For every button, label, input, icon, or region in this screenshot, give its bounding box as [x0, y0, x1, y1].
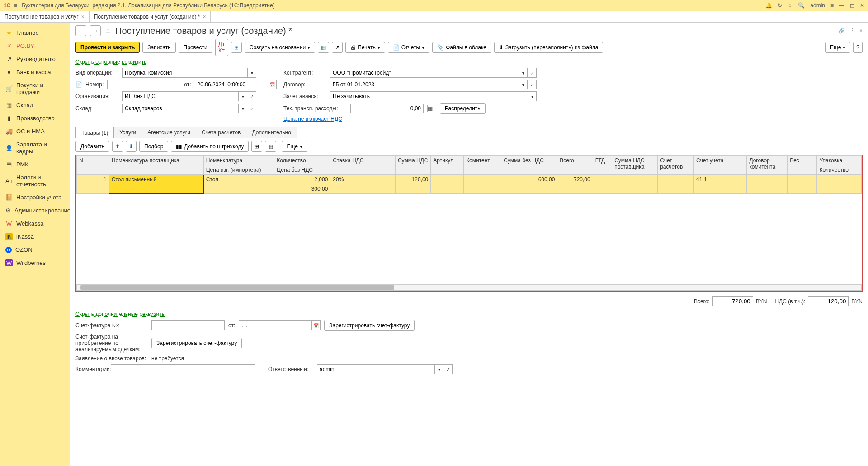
calendar-small-button[interactable]: ▦: [265, 141, 276, 152]
col-n[interactable]: N: [77, 156, 109, 175]
load-file-button[interactable]: ⬇ Загрузить (перезаполнить) из файла: [494, 42, 603, 53]
tab-close-icon[interactable]: ×: [203, 14, 206, 20]
cell-article[interactable]: [431, 175, 464, 194]
calculator-icon[interactable]: ▦: [427, 105, 436, 112]
hide-main-link[interactable]: Скрыть основные реквизиты: [75, 59, 148, 65]
history-icon[interactable]: ↻: [778, 2, 782, 9]
col-gtd[interactable]: ГТД: [593, 156, 612, 175]
col-package[interactable]: Упаковка: [817, 156, 862, 165]
number-input[interactable]: [107, 80, 180, 89]
dropdown-icon[interactable]: ▾: [434, 364, 443, 374]
cell-calc-account[interactable]: [658, 175, 694, 194]
invoice-number-input[interactable]: [151, 320, 225, 330]
distribute-button[interactable]: Распределить: [440, 103, 486, 114]
col-vat-rate[interactable]: Ставка НДС: [330, 156, 396, 175]
open-icon[interactable]: ↗: [247, 91, 256, 101]
cell-committent[interactable]: [464, 175, 501, 194]
move-up-button[interactable]: ⬆: [112, 141, 123, 152]
sidebar-item-purchases[interactable]: 🛒Покупки и продажи: [0, 79, 70, 99]
col-committent-contract[interactable]: Договор комитента: [747, 156, 788, 175]
sidebar-item-manager[interactable]: ↗Руководителю: [0, 52, 70, 66]
open-icon[interactable]: ↗: [247, 104, 256, 113]
cell-gtd[interactable]: [593, 175, 612, 194]
bell-icon[interactable]: 🔔: [765, 2, 772, 9]
cell-account[interactable]: 41.1: [693, 175, 746, 194]
open-icon[interactable]: ↗: [528, 80, 537, 89]
sidebar-item-rmk[interactable]: ▤РМК: [0, 158, 70, 171]
files-cloud-button[interactable]: 📎 Файлы в облаке: [432, 42, 491, 53]
col-total[interactable]: Всего: [557, 156, 593, 175]
tab-goods[interactable]: Товары (1): [75, 127, 114, 138]
close-page-icon[interactable]: ×: [859, 28, 863, 34]
settings-icon[interactable]: ≡: [830, 2, 834, 9]
cell-sum-no-vat[interactable]: 600,00: [501, 175, 557, 194]
star-icon[interactable]: ☆: [788, 2, 793, 9]
sidebar-item-webkassa[interactable]: WWebkassa: [0, 217, 70, 230]
post-close-button[interactable]: Провести и закрыть: [75, 42, 140, 53]
post-button[interactable]: Провести: [179, 42, 212, 53]
tab-accounts[interactable]: Счета расчетов: [196, 127, 247, 138]
excel-button[interactable]: ▦: [318, 42, 329, 53]
maximize-icon[interactable]: ◻: [850, 2, 854, 9]
register-invoice-button[interactable]: Зарегистрировать счет-фактуру: [324, 320, 415, 331]
sidebar-item-settings[interactable]: 📔Настройки учета: [0, 191, 70, 204]
col-account[interactable]: Счет учета: [693, 156, 746, 175]
calendar-icon[interactable]: 📅: [268, 80, 277, 89]
tab-services[interactable]: Услуги: [113, 127, 142, 138]
calendar-icon[interactable]: 📅: [311, 320, 321, 330]
sidebar-item-main[interactable]: ★Главное: [0, 26, 70, 39]
cell-supplier-nom[interactable]: Стол письменный: [109, 175, 203, 194]
sidebar-item-production[interactable]: ▮Производство: [0, 112, 70, 125]
barcode-button[interactable]: ▮▮ Добавить по штрихкоду: [171, 141, 249, 152]
cell-n[interactable]: 1: [77, 175, 109, 194]
col-vat-sum[interactable]: Сумма НДС: [395, 156, 430, 175]
col-nom[interactable]: Номенклатура: [203, 156, 274, 165]
link-icon[interactable]: 🔗: [838, 28, 845, 34]
responsible-input[interactable]: [317, 364, 434, 374]
open-icon[interactable]: ↗: [443, 364, 453, 374]
col-price-no-vat[interactable]: Цена без НДС: [274, 165, 330, 175]
select-button[interactable]: Подбор: [139, 141, 168, 152]
create-based-button[interactable]: Создать на основании ▾: [245, 42, 316, 53]
sidebar-item-poby[interactable]: ✳PO.BY: [0, 39, 70, 52]
sidebar-item-ikassa[interactable]: iKiKassa: [0, 230, 70, 243]
write-button[interactable]: Записать: [142, 42, 175, 53]
cell-total[interactable]: 720,00: [557, 175, 593, 194]
dropdown-icon[interactable]: ▾: [238, 104, 247, 113]
col-weight[interactable]: Вес: [788, 156, 817, 175]
sidebar-item-assets[interactable]: 🚚ОС и НМА: [0, 125, 70, 138]
col-qty[interactable]: Количество: [274, 156, 330, 165]
cell-price-no-vat[interactable]: 300,00: [274, 184, 330, 194]
col-importer-price[interactable]: Цена изг. (импортера): [203, 165, 274, 175]
tab-goods-receipt[interactable]: Поступление товаров и услуг ×: [0, 11, 90, 22]
sidebar-item-ozon[interactable]: OOZON: [0, 243, 70, 256]
user-label[interactable]: admin: [810, 2, 825, 9]
price-vat-link[interactable]: Цена не включает НДС: [283, 116, 342, 122]
sidebar-item-admin[interactable]: ⚙Администрирование: [0, 204, 70, 217]
transport-input[interactable]: [350, 104, 424, 113]
minimize-icon[interactable]: —: [839, 2, 844, 9]
comment-input[interactable]: [111, 364, 255, 374]
org-input[interactable]: [122, 91, 238, 101]
move-down-button[interactable]: ⬇: [126, 141, 137, 152]
more-button[interactable]: Еще ▾: [825, 42, 850, 53]
tab-goods-receipt-create[interactable]: Поступление товаров и услуг (создание) *…: [89, 11, 211, 22]
table-row[interactable]: 1 Стол письменный Стол 2,000 20% 120,00 …: [77, 175, 862, 184]
cell-vat-sum[interactable]: 120,00: [395, 175, 430, 194]
favorite-icon[interactable]: ☆: [104, 26, 112, 36]
tab-agent[interactable]: Агентские услуги: [142, 127, 196, 138]
cell-vat-rate[interactable]: 20%: [330, 175, 396, 194]
cell-weight[interactable]: [788, 175, 817, 194]
counterparty-input[interactable]: [330, 68, 519, 78]
col-supplier-vat[interactable]: Сумма НДС поставщика: [612, 156, 658, 175]
table-more-button[interactable]: Еще ▾: [282, 141, 307, 152]
print-button[interactable]: 🖨 Печать ▾: [345, 42, 385, 53]
col-committent[interactable]: Комитент: [464, 156, 501, 175]
add-row-button[interactable]: Добавить: [75, 141, 109, 152]
cell-supplier-vat[interactable]: [612, 175, 658, 194]
cell-package[interactable]: [817, 175, 862, 184]
cell-qty2[interactable]: [817, 184, 862, 194]
tab-close-icon[interactable]: ×: [81, 14, 85, 20]
open-icon[interactable]: ↗: [528, 68, 537, 78]
sidebar-item-wildberries[interactable]: WWildberries: [0, 256, 70, 269]
